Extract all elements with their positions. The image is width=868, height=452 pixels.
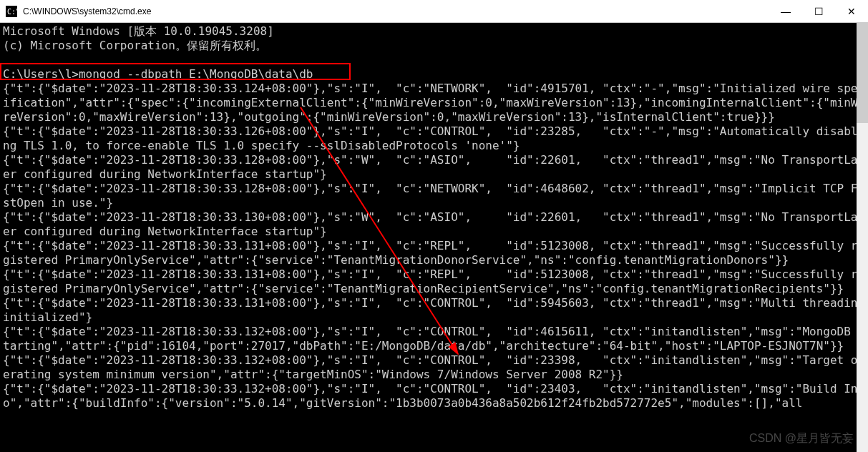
log-line: {"t":{"$date":"2023-11-28T18:30:33.128+0…	[3, 182, 864, 210]
window-title: C:\WINDOWS\system32\cmd.exe	[23, 6, 769, 16]
terminal-output[interactable]: Microsoft Windows [版本 10.0.19045.3208] (…	[0, 23, 868, 452]
prompt: C:\Users\l>	[3, 67, 79, 81]
log-line: {"t":{"$date":"2023-11-28T18:30:33.132+0…	[3, 382, 864, 410]
log-line: {"t":{"$date":"2023-11-28T18:30:33.131+0…	[3, 296, 868, 324]
window-controls: — ☐ ✕	[769, 0, 868, 22]
scrollbar-thumb[interactable]	[857, 23, 868, 123]
log-line: {"t":{"$date":"2023-11-28T18:30:33.130+0…	[3, 210, 864, 238]
log-line: {"t":{"$date":"2023-11-28T18:30:33.131+0…	[3, 239, 864, 267]
log-line: {"t":{"$date":"2023-11-28T18:30:33.126+0…	[3, 124, 864, 152]
cmd-icon: C:\	[6, 6, 17, 17]
log-line: {"t":{"$date":"2023-11-28T18:30:33.124+0…	[3, 82, 864, 124]
minimize-button[interactable]: —	[769, 0, 802, 23]
maximize-button[interactable]: ☐	[802, 0, 835, 23]
svg-text:C:\: C:\	[7, 8, 17, 16]
log-line: {"t":{"$date":"2023-11-28T18:30:33.131+0…	[3, 267, 864, 295]
version-line: Microsoft Windows [版本 10.0.19045.3208]	[3, 24, 274, 38]
close-button[interactable]: ✕	[835, 0, 868, 23]
title-bar: C:\ C:\WINDOWS\system32\cmd.exe — ☐ ✕	[0, 0, 868, 23]
copyright-line: (c) Microsoft Corporation。保留所有权利。	[3, 39, 267, 52]
log-line: {"t":{"$date":"2023-11-28T18:30:33.128+0…	[3, 153, 864, 181]
log-line: {"t":{"$date":"2023-11-28T18:30:33.132+0…	[3, 353, 864, 381]
log-line: {"t":{"$date":"2023-11-28T18:30:33.132+0…	[3, 325, 864, 353]
command: mongod --dbpath E:\MongoDB\data\db	[79, 67, 313, 81]
scrollbar[interactable]	[857, 23, 868, 452]
